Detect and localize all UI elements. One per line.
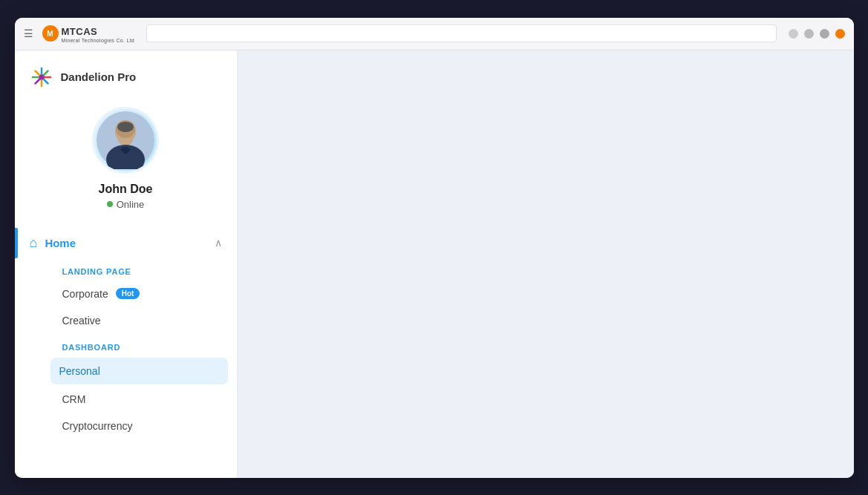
logo-subtext: Mineral Technologies Co. Ltd xyxy=(62,38,135,43)
control-dot-close[interactable] xyxy=(835,29,845,39)
nav-sub-label-creative: Creative xyxy=(62,315,101,327)
nav-item-home[interactable]: ⌂ Home ∧ xyxy=(15,228,237,258)
status-label: Online xyxy=(117,199,145,210)
app-window: ☰ M MTCAS Mineral Technologies Co. Ltd xyxy=(15,18,854,478)
sidebar: Dandelion Pro xyxy=(15,50,238,478)
nav-sub-label-cryptocurrency: Cryptocurrency xyxy=(62,420,133,432)
active-indicator xyxy=(15,228,18,258)
nav-sub-label-personal: Personal xyxy=(59,365,100,377)
main-layout: Dandelion Pro xyxy=(15,50,854,478)
window-controls xyxy=(789,29,845,39)
user-name: John Doe xyxy=(99,183,153,196)
brand-icon xyxy=(30,65,53,89)
svg-line-5 xyxy=(35,71,39,75)
nav-item-corporate[interactable]: Corporate Hot xyxy=(15,281,237,307)
nav-item-creative[interactable]: Creative xyxy=(15,307,237,334)
nav-item-cryptocurrency[interactable]: Cryptocurrency xyxy=(15,413,237,439)
section-label-dashboard: DASHBOARD xyxy=(15,334,237,356)
logo-text: MTCAS xyxy=(62,26,98,37)
control-dot-2[interactable] xyxy=(804,29,814,39)
brand-name: Dandelion Pro xyxy=(61,71,137,83)
avatar-wrapper xyxy=(92,107,159,174)
nav-section: ⌂ Home ∧ LANDING PAGE Corporate Hot Crea… xyxy=(15,225,237,442)
control-dot-1[interactable] xyxy=(789,29,798,39)
nav-sub-label-corporate: Corporate xyxy=(62,288,108,300)
sidebar-brand: Dandelion Pro xyxy=(15,50,237,101)
user-status: Online xyxy=(107,199,145,210)
content-area xyxy=(238,50,854,478)
svg-line-7 xyxy=(44,71,48,75)
home-icon: ⌂ xyxy=(30,235,38,251)
control-dot-3[interactable] xyxy=(820,29,829,39)
status-dot xyxy=(107,201,113,207)
logo-text-block: MTCAS Mineral Technologies Co. Ltd xyxy=(62,24,135,43)
menu-icon[interactable]: ☰ xyxy=(24,27,33,39)
svg-point-15 xyxy=(117,122,134,132)
chevron-up-icon: ∧ xyxy=(215,237,222,249)
logo: M MTCAS Mineral Technologies Co. Ltd xyxy=(42,24,135,43)
title-bar: ☰ M MTCAS Mineral Technologies Co. Ltd xyxy=(15,18,854,50)
svg-line-8 xyxy=(35,79,39,84)
section-label-landing: LANDING PAGE xyxy=(15,258,237,281)
title-bar-address[interactable] xyxy=(146,24,776,42)
home-inner: ⌂ Home xyxy=(30,235,215,251)
avatar-section: John Doe Online xyxy=(15,101,237,225)
nav-item-crm[interactable]: CRM xyxy=(15,386,237,413)
nav-sub-label-crm: CRM xyxy=(62,393,86,405)
avatar xyxy=(97,111,154,169)
hot-badge: Hot xyxy=(116,288,140,299)
nav-item-personal[interactable]: Personal xyxy=(50,358,228,384)
home-label: Home xyxy=(45,237,76,249)
logo-circle: M xyxy=(42,25,59,42)
svg-line-6 xyxy=(44,79,48,84)
